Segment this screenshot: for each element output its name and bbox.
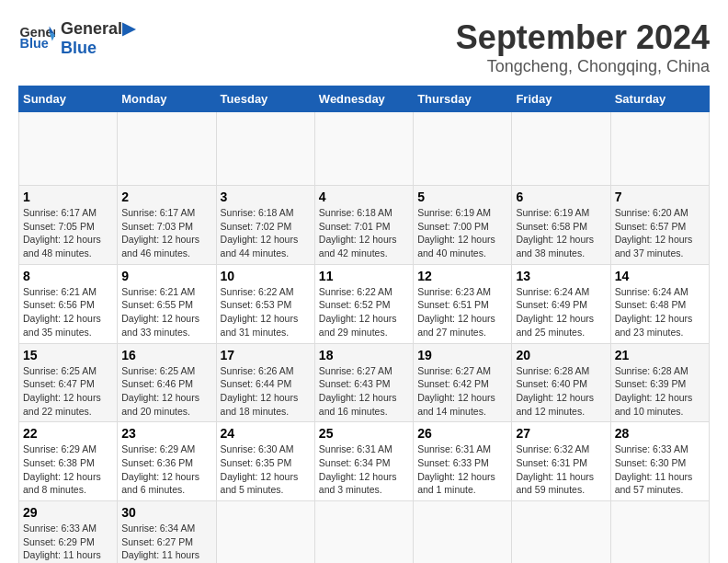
calendar-cell bbox=[314, 112, 413, 186]
logo-line1: General▶ bbox=[61, 18, 135, 39]
calendar-cell: 12Sunrise: 6:23 AM Sunset: 6:51 PM Dayli… bbox=[414, 264, 512, 343]
day-number: 16 bbox=[121, 348, 211, 362]
calendar-cell: 17Sunrise: 6:26 AM Sunset: 6:44 PM Dayli… bbox=[216, 343, 314, 422]
calendar-cell: 21Sunrise: 6:28 AM Sunset: 6:39 PM Dayli… bbox=[610, 343, 709, 422]
day-number: 5 bbox=[417, 190, 507, 204]
calendar-cell: 23Sunrise: 6:29 AM Sunset: 6:36 PM Dayli… bbox=[118, 422, 216, 501]
day-number: 1 bbox=[23, 190, 113, 204]
calendar-cell: 2Sunrise: 6:17 AM Sunset: 7:03 PM Daylig… bbox=[118, 186, 216, 265]
day-info: Sunrise: 6:28 AM Sunset: 6:40 PM Dayligh… bbox=[516, 364, 606, 419]
calendar-cell: 29Sunrise: 6:33 AM Sunset: 6:29 PM Dayli… bbox=[19, 501, 118, 564]
header-row: SundayMondayTuesdayWednesdayThursdayFrid… bbox=[19, 86, 710, 112]
day-number: 27 bbox=[516, 426, 606, 441]
day-info: Sunrise: 6:21 AM Sunset: 6:56 PM Dayligh… bbox=[23, 285, 113, 339]
day-info: Sunrise: 6:26 AM Sunset: 6:44 PM Dayligh… bbox=[221, 364, 311, 419]
day-number: 10 bbox=[221, 269, 311, 283]
location-title: Tongcheng, Chongqing, China bbox=[456, 57, 710, 76]
week-row-5: 22Sunrise: 6:29 AM Sunset: 6:38 PM Dayli… bbox=[19, 422, 710, 501]
day-number: 18 bbox=[319, 348, 409, 362]
title-block: September 2024 Tongcheng, Chongqing, Chi… bbox=[456, 18, 710, 76]
calendar-cell bbox=[118, 112, 216, 186]
day-number: 14 bbox=[615, 269, 705, 283]
calendar-table: SundayMondayTuesdayWednesdayThursdayFrid… bbox=[18, 86, 710, 563]
day-info: Sunrise: 6:19 AM Sunset: 7:00 PM Dayligh… bbox=[417, 206, 507, 260]
month-title: September 2024 bbox=[456, 18, 710, 57]
page-header: General Blue General▶ Blue September 202… bbox=[18, 18, 710, 76]
calendar-cell: 8Sunrise: 6:21 AM Sunset: 6:56 PM Daylig… bbox=[19, 264, 118, 343]
day-number: 8 bbox=[23, 269, 113, 283]
calendar-cell: 20Sunrise: 6:28 AM Sunset: 6:40 PM Dayli… bbox=[512, 343, 610, 422]
day-number: 22 bbox=[23, 426, 113, 441]
calendar-cell: 3Sunrise: 6:18 AM Sunset: 7:02 PM Daylig… bbox=[216, 186, 314, 265]
calendar-cell: 6Sunrise: 6:19 AM Sunset: 6:58 PM Daylig… bbox=[512, 186, 610, 265]
calendar-cell: 4Sunrise: 6:18 AM Sunset: 7:01 PM Daylig… bbox=[314, 186, 413, 265]
day-number: 23 bbox=[121, 426, 211, 441]
day-number: 26 bbox=[417, 426, 507, 441]
week-row-6: 29Sunrise: 6:33 AM Sunset: 6:29 PM Dayli… bbox=[19, 501, 710, 564]
day-info: Sunrise: 6:33 AM Sunset: 6:30 PM Dayligh… bbox=[615, 442, 705, 497]
week-row-4: 15Sunrise: 6:25 AM Sunset: 6:47 PM Dayli… bbox=[19, 343, 710, 422]
calendar-cell: 25Sunrise: 6:31 AM Sunset: 6:34 PM Dayli… bbox=[314, 422, 413, 501]
day-info: Sunrise: 6:25 AM Sunset: 6:46 PM Dayligh… bbox=[121, 364, 211, 419]
header-day-friday: Friday bbox=[512, 86, 610, 112]
calendar-cell bbox=[19, 112, 118, 186]
day-info: Sunrise: 6:21 AM Sunset: 6:55 PM Dayligh… bbox=[121, 285, 211, 339]
calendar-cell: 26Sunrise: 6:31 AM Sunset: 6:33 PM Dayli… bbox=[414, 422, 512, 501]
logo-icon: General Blue bbox=[18, 20, 55, 57]
day-info: Sunrise: 6:23 AM Sunset: 6:51 PM Dayligh… bbox=[417, 285, 507, 339]
day-info: Sunrise: 6:34 AM Sunset: 6:27 PM Dayligh… bbox=[121, 522, 211, 563]
calendar-cell: 19Sunrise: 6:27 AM Sunset: 6:42 PM Dayli… bbox=[414, 343, 512, 422]
day-info: Sunrise: 6:29 AM Sunset: 6:36 PM Dayligh… bbox=[121, 442, 211, 497]
calendar-cell bbox=[610, 501, 709, 564]
svg-text:Blue: Blue bbox=[20, 36, 49, 51]
day-info: Sunrise: 6:18 AM Sunset: 7:01 PM Dayligh… bbox=[319, 206, 409, 260]
calendar-cell bbox=[314, 501, 413, 564]
logo: General Blue General▶ Blue bbox=[18, 18, 135, 58]
day-number: 19 bbox=[417, 348, 507, 362]
day-number: 24 bbox=[221, 426, 311, 441]
calendar-cell bbox=[512, 501, 610, 564]
day-info: Sunrise: 6:17 AM Sunset: 7:03 PM Dayligh… bbox=[121, 206, 211, 260]
day-info: Sunrise: 6:28 AM Sunset: 6:39 PM Dayligh… bbox=[615, 364, 705, 419]
day-info: Sunrise: 6:18 AM Sunset: 7:02 PM Dayligh… bbox=[221, 206, 311, 260]
week-row-1 bbox=[19, 112, 710, 186]
day-info: Sunrise: 6:27 AM Sunset: 6:42 PM Dayligh… bbox=[417, 364, 507, 419]
week-row-3: 8Sunrise: 6:21 AM Sunset: 6:56 PM Daylig… bbox=[19, 264, 710, 343]
header-day-monday: Monday bbox=[118, 86, 216, 112]
calendar-cell bbox=[216, 501, 314, 564]
calendar-cell: 30Sunrise: 6:34 AM Sunset: 6:27 PM Dayli… bbox=[118, 501, 216, 564]
calendar-cell bbox=[216, 112, 314, 186]
day-number: 15 bbox=[23, 348, 113, 362]
header-day-sunday: Sunday bbox=[19, 86, 118, 112]
header-day-tuesday: Tuesday bbox=[216, 86, 314, 112]
day-info: Sunrise: 6:31 AM Sunset: 6:33 PM Dayligh… bbox=[417, 442, 507, 497]
calendar-cell: 11Sunrise: 6:22 AM Sunset: 6:52 PM Dayli… bbox=[314, 264, 413, 343]
day-info: Sunrise: 6:32 AM Sunset: 6:31 PM Dayligh… bbox=[516, 442, 606, 497]
day-info: Sunrise: 6:29 AM Sunset: 6:38 PM Dayligh… bbox=[23, 442, 113, 497]
calendar-cell: 24Sunrise: 6:30 AM Sunset: 6:35 PM Dayli… bbox=[216, 422, 314, 501]
calendar-cell: 16Sunrise: 6:25 AM Sunset: 6:46 PM Dayli… bbox=[118, 343, 216, 422]
day-number: 4 bbox=[319, 190, 409, 204]
day-info: Sunrise: 6:30 AM Sunset: 6:35 PM Dayligh… bbox=[221, 442, 311, 497]
day-info: Sunrise: 6:22 AM Sunset: 6:52 PM Dayligh… bbox=[319, 285, 409, 339]
day-number: 28 bbox=[615, 426, 705, 441]
header-day-saturday: Saturday bbox=[610, 86, 709, 112]
day-info: Sunrise: 6:22 AM Sunset: 6:53 PM Dayligh… bbox=[221, 285, 311, 339]
logo-line2: Blue bbox=[61, 39, 135, 58]
calendar-cell bbox=[414, 112, 512, 186]
day-number: 11 bbox=[319, 269, 409, 283]
calendar-cell: 28Sunrise: 6:33 AM Sunset: 6:30 PM Dayli… bbox=[610, 422, 709, 501]
day-number: 20 bbox=[516, 348, 606, 362]
calendar-cell: 9Sunrise: 6:21 AM Sunset: 6:55 PM Daylig… bbox=[118, 264, 216, 343]
calendar-cell: 1Sunrise: 6:17 AM Sunset: 7:05 PM Daylig… bbox=[19, 186, 118, 265]
header-day-thursday: Thursday bbox=[414, 86, 512, 112]
day-number: 6 bbox=[516, 190, 606, 204]
day-info: Sunrise: 6:19 AM Sunset: 6:58 PM Dayligh… bbox=[516, 206, 606, 260]
calendar-cell bbox=[610, 112, 709, 186]
calendar-cell: 22Sunrise: 6:29 AM Sunset: 6:38 PM Dayli… bbox=[19, 422, 118, 501]
calendar-cell: 27Sunrise: 6:32 AM Sunset: 6:31 PM Dayli… bbox=[512, 422, 610, 501]
calendar-cell: 14Sunrise: 6:24 AM Sunset: 6:48 PM Dayli… bbox=[610, 264, 709, 343]
day-info: Sunrise: 6:24 AM Sunset: 6:49 PM Dayligh… bbox=[516, 285, 606, 339]
day-number: 17 bbox=[221, 348, 311, 362]
day-number: 7 bbox=[615, 190, 705, 204]
